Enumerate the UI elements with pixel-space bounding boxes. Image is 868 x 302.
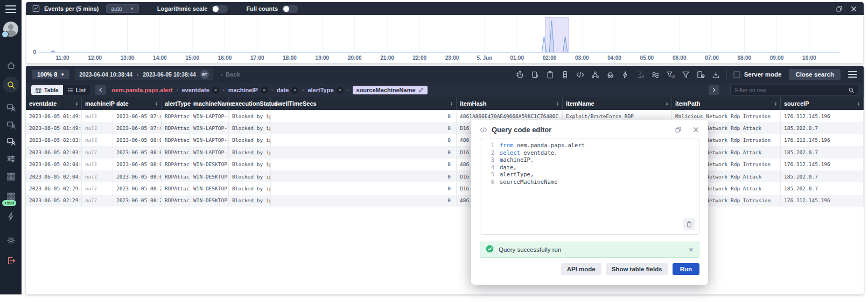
crumb-table-name[interactable]: oem.panda.paps.alert — [111, 87, 172, 93]
column-header-dwellTimeSecs[interactable]: dwellTimeSecs▲▼ — [271, 97, 457, 110]
restore-window-icon[interactable] — [836, 5, 843, 12]
column-header-eventdate[interactable]: eventdate▲▼ — [26, 97, 82, 110]
sidebar-item-tuning[interactable] — [0, 150, 22, 167]
remove-field-icon[interactable]: ✕ — [337, 87, 344, 94]
table-row[interactable]: 2023-06-05 01:49:56.574null2023-06-05 07… — [26, 110, 864, 122]
crumbs-scroll-right-button[interactable] — [709, 85, 719, 95]
close-search-button[interactable]: Close search — [789, 69, 841, 80]
pencil-icon[interactable] — [418, 87, 424, 93]
bolt-icon[interactable] — [621, 71, 629, 79]
dismiss-banner-icon[interactable]: ✕ — [689, 246, 694, 253]
remove-field-icon[interactable]: ✕ — [212, 87, 219, 94]
copy-code-button[interactable] — [683, 218, 695, 230]
search-toolbar: 100% 8 ▼ 2023-06-04 10:38:44 › 2023-06-0… — [26, 66, 864, 83]
sidebar-item-home[interactable] — [0, 57, 22, 73]
column-header-date[interactable]: date▲▼ — [113, 97, 162, 110]
crumb-field-eventdate[interactable]: eventdate✕ — [181, 87, 219, 94]
restore-window-icon[interactable] — [675, 126, 682, 133]
sidebar-item-apps-grid-1[interactable] — [0, 168, 22, 184]
history-timer-icon[interactable] — [516, 71, 524, 79]
sidebar-item-search[interactable] — [0, 77, 22, 93]
export-plus-icon[interactable] — [697, 71, 705, 79]
column-header-machineIP[interactable]: machineIP▲▼ — [82, 97, 113, 110]
table-row[interactable]: 2023-06-05 02:04:46.641null2023-06-05 08… — [26, 170, 864, 182]
table-row[interactable]: 2023-06-05 02:29:49.858null2023-06-05 08… — [26, 195, 864, 207]
modal-header: Query code editor — [480, 126, 699, 134]
filter-or-icon[interactable]: OR — [667, 71, 675, 79]
sidebar-hamburger-icon[interactable] — [5, 5, 16, 13]
sort-icon[interactable]: ▲▼ — [153, 101, 158, 106]
column-header-machineName[interactable]: machineName▲▼ — [190, 97, 229, 110]
column-header-alertType[interactable]: alertType▲▼ — [162, 97, 190, 110]
remove-field-icon[interactable]: ✕ — [291, 87, 298, 94]
remove-field-icon[interactable]: ✕ — [261, 87, 268, 94]
crumb-field-sourceMachineName[interactable]: sourceMachineName — [353, 86, 428, 94]
table-cell: Blocked by ip — [229, 134, 271, 146]
log-scale-toggle[interactable] — [212, 5, 228, 13]
toolbar-menu-icon[interactable] — [848, 71, 857, 78]
sidebar-item-device-data-1[interactable] — [0, 99, 22, 115]
sort-icon[interactable]: ▲▼ — [772, 101, 777, 106]
server-mode-checkbox[interactable]: Server mode — [733, 71, 782, 78]
sidebar-item-device-data-3[interactable] — [0, 133, 22, 149]
table-cell: WIN-LAPTOP-1 — [190, 122, 229, 134]
sigma-exclude-icon[interactable] — [636, 71, 645, 79]
table-row[interactable]: 2023-06-05 02:03:14.531null2023-06-05 08… — [26, 146, 864, 158]
sort-icon[interactable]: ▲▼ — [554, 101, 559, 106]
events-chart[interactable]: 11:0012:0013:0014:0015:0016:0017:0018:00… — [26, 15, 863, 63]
column-header-itemHash[interactable]: itemHash▲▼ — [457, 97, 563, 110]
notebook-edit-icon[interactable] — [531, 71, 539, 79]
column-header-itemName[interactable]: itemName▲▼ — [563, 97, 672, 110]
code-pane[interactable]: from oem.panda.paps.alertselect eventdat… — [494, 139, 699, 234]
back-button[interactable]: ‹ Back — [221, 71, 240, 78]
search-icon[interactable] — [848, 87, 858, 93]
x-axis-tick: 10:00 — [802, 55, 816, 61]
list-view-button[interactable]: List — [63, 85, 90, 95]
crumb-field-machineIP[interactable]: machineIP✕ — [228, 87, 268, 94]
column-header-itemPath[interactable]: itemPath▲▼ — [672, 97, 781, 110]
sidebar-item-activity[interactable] — [0, 208, 22, 224]
funnel-icon[interactable] — [682, 71, 690, 79]
filter-input[interactable] — [731, 87, 848, 93]
sidebar-item-logout[interactable] — [0, 252, 22, 269]
table-row[interactable]: 2023-06-05 02:04:46.641null2023-06-05 08… — [26, 159, 864, 170]
table-cell: null — [82, 182, 113, 194]
table-cell: 0 — [271, 122, 457, 134]
row-count-dropdown[interactable]: 100% 8 ▼ — [32, 70, 69, 79]
layers-icon[interactable] — [652, 71, 660, 79]
code-icon[interactable] — [576, 71, 584, 79]
table-row[interactable]: 2023-06-05 01:49:56.735null2023-06-05 07… — [26, 122, 864, 134]
interval-select[interactable]: auto ▼ — [106, 4, 138, 13]
sort-icon[interactable]: ▲▼ — [855, 101, 860, 106]
share-nodes-icon[interactable] — [591, 71, 599, 79]
sort-icon[interactable]: ▲▼ — [448, 101, 453, 106]
realtime-badge[interactable]: RT — [200, 70, 209, 79]
sort-icon[interactable]: ▲▼ — [663, 101, 668, 106]
close-modal-icon[interactable] — [692, 126, 699, 133]
incognito-icon[interactable] — [606, 71, 614, 79]
crumb-field-date[interactable]: date✕ — [277, 87, 299, 94]
close-panel-icon[interactable] — [850, 5, 857, 12]
clipboard-icon[interactable] — [546, 71, 554, 79]
table-row[interactable]: 2023-06-05 02:29:49.470null2023-06-05 08… — [26, 182, 864, 194]
sort-icon[interactable]: ▲▼ — [73, 101, 78, 106]
device-user-icon — [6, 137, 16, 146]
column-header-sourceIP[interactable]: sourceIP▲▼ — [781, 97, 864, 110]
api-mode-button[interactable]: API mode — [561, 263, 601, 275]
full-counts-toggle[interactable] — [282, 5, 298, 13]
crumb-field-alertType[interactable]: alertType✕ — [307, 87, 343, 94]
sidebar-item-settings[interactable] — [0, 232, 22, 248]
code-editor[interactable]: 123456 from oem.panda.paps.alertselect e… — [480, 139, 699, 235]
download-icon[interactable] — [712, 71, 720, 79]
film-strip-icon[interactable] — [561, 71, 569, 79]
sidebar-item-device-data-2[interactable] — [0, 116, 22, 133]
show-table-fields-button[interactable]: Show table fields — [606, 263, 668, 275]
checkbox-icon[interactable] — [733, 71, 740, 78]
column-header-executionStatus[interactable]: executionStatus▲▼ — [229, 97, 271, 110]
x-axis-tick: 14:00 — [153, 55, 167, 61]
time-range[interactable]: 2023-06-04 10:38:44 › 2023-06-05 10:38:4… — [75, 68, 213, 80]
table-row[interactable]: 2023-06-05 02:03:14.402null2023-06-05 08… — [26, 134, 864, 146]
table-view-button[interactable]: Table — [31, 85, 63, 95]
crumbs-scroll-left-button[interactable] — [95, 85, 106, 95]
run-button[interactable]: Run — [673, 263, 699, 275]
